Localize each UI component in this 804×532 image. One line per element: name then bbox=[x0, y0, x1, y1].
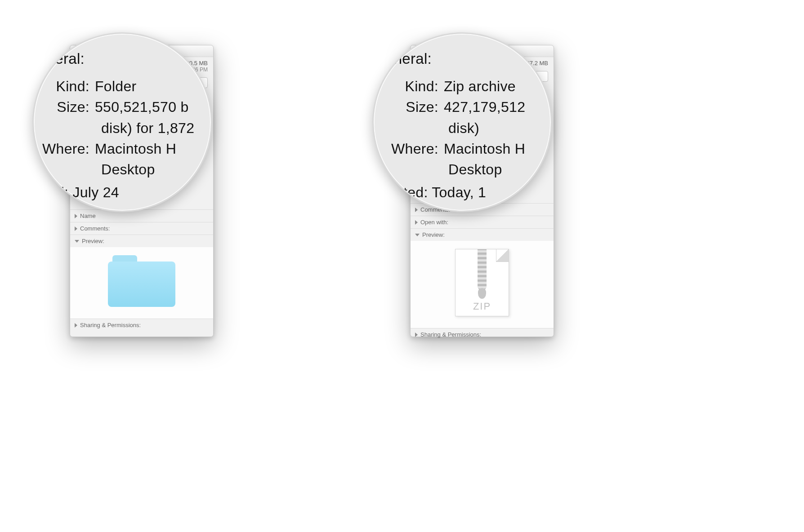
magnified-general-section: eneral: Kind: Folder Size: 550,521,570 b… bbox=[34, 34, 211, 211]
disclosure-triangle-icon bbox=[75, 240, 79, 243]
zip-file-icon: ZIP bbox=[455, 249, 509, 316]
size-value-cont: disk) for 1,872 bbox=[38, 118, 201, 138]
section-sharing-permissions[interactable]: Sharing & Permissions: bbox=[70, 319, 213, 332]
magnified-general-section: eneral: Kind: Zip archive Size: 427,179,… bbox=[374, 34, 551, 211]
section-label: Preview: bbox=[422, 231, 445, 238]
disclosure-triangle-icon bbox=[415, 220, 418, 225]
section-preview[interactable]: Preview: bbox=[70, 235, 213, 247]
magnifier-lens-zip: eneral: Kind: Zip archive Size: 427,179,… bbox=[372, 32, 552, 212]
disclosure-triangle-icon bbox=[415, 208, 418, 212]
section-sharing-permissions[interactable]: Sharing & Permissions: bbox=[411, 328, 554, 341]
section-label: Sharing & Permissions: bbox=[420, 331, 481, 338]
size-value: 550,521,570 b bbox=[95, 97, 201, 117]
disclosure-triangle-icon bbox=[415, 332, 418, 337]
general-heading: eneral: bbox=[385, 48, 541, 70]
where-value: Macintosh H bbox=[444, 138, 541, 159]
size-label: Size: bbox=[385, 97, 444, 117]
where-label: Where: bbox=[38, 138, 95, 159]
section-label: Name bbox=[80, 213, 96, 219]
section-open-with[interactable]: Open with: bbox=[411, 216, 554, 228]
disclosure-triangle-icon bbox=[75, 214, 77, 218]
kind-label: Kind: bbox=[38, 76, 95, 97]
section-comments[interactable]: Comments: bbox=[70, 222, 213, 235]
where-label: Where: bbox=[385, 138, 444, 159]
general-heading: eneral: bbox=[38, 48, 201, 70]
section-label: Sharing & Permissions: bbox=[80, 322, 141, 328]
where-value-cont: Desktop bbox=[385, 159, 541, 180]
disclosure-triangle-icon bbox=[415, 234, 420, 236]
disclosure-triangle-icon bbox=[75, 323, 77, 328]
section-label: Open with: bbox=[420, 219, 448, 226]
disclosure-triangle-icon bbox=[75, 226, 77, 231]
section-label: Preview: bbox=[82, 238, 104, 244]
section-name-and-extension[interactable]: Name bbox=[70, 209, 213, 222]
kind-value: Folder bbox=[95, 76, 201, 97]
section-preview[interactable]: Preview: bbox=[411, 228, 554, 241]
size-value-cont: disk) bbox=[385, 118, 541, 138]
where-value-cont: Desktop bbox=[38, 159, 201, 180]
size-label: Size: bbox=[38, 97, 95, 117]
size-value: 427,179,512 bbox=[444, 97, 541, 117]
zip-label: ZIP bbox=[456, 301, 509, 312]
folder-icon bbox=[108, 255, 175, 307]
kind-value: Zip archive bbox=[444, 76, 541, 97]
preview-area bbox=[70, 247, 213, 319]
preview-area: ZIP bbox=[411, 241, 554, 328]
kind-label: Kind: bbox=[385, 76, 444, 97]
where-value: Macintosh H bbox=[95, 138, 201, 159]
magnifier-lens-folder: eneral: Kind: Folder Size: 550,521,570 b… bbox=[32, 32, 212, 212]
section-label: Comments: bbox=[80, 225, 110, 232]
